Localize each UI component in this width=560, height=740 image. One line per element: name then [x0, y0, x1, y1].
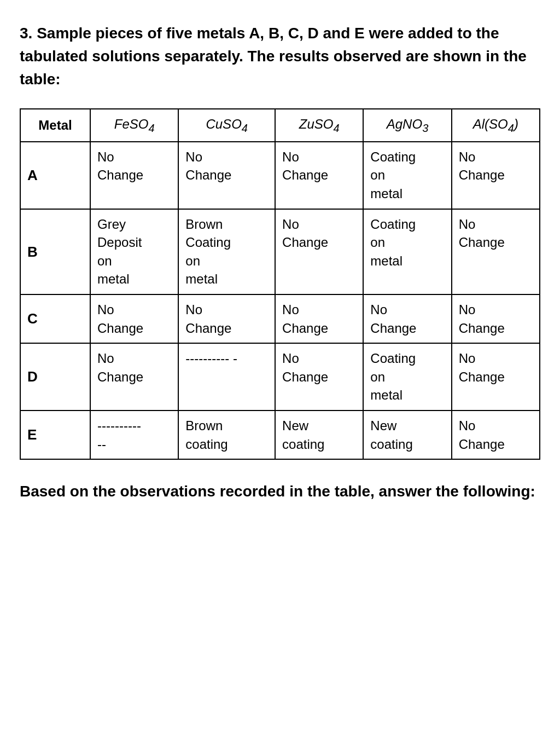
metal-a-also4: NoChange: [452, 142, 540, 209]
metal-d-agno3: Coatingonmetal: [363, 343, 451, 411]
metal-c-label: C: [20, 294, 90, 343]
metal-b-label: B: [20, 209, 90, 294]
metal-e-zuso4: Newcoating: [275, 411, 363, 459]
metal-d-cuso4: ---------- -: [178, 343, 275, 411]
metal-b-feso4: GreyDepositonmetal: [90, 209, 178, 294]
table-row: C NoChange NoChange NoChange NoChange No…: [20, 294, 540, 343]
metal-a-label: A: [20, 142, 90, 209]
metal-e-also4: NoChange: [452, 411, 540, 459]
metal-d-also4: NoChange: [452, 343, 540, 411]
table-row: E ------------ Browncoating Newcoating N…: [20, 411, 540, 459]
col-header-agno3: AgNO3: [363, 109, 451, 142]
metal-b-zuso4: NoChange: [275, 209, 363, 294]
metal-c-cuso4: NoChange: [178, 294, 275, 343]
results-table: Metal FeSO4 CuSO4 ZuSO4 AgNO3 Al(SO4) A …: [20, 108, 540, 460]
col-header-also4: Al(SO4): [452, 109, 540, 142]
table-row: B GreyDepositonmetal BrownCoatingonmetal…: [20, 209, 540, 294]
metal-b-cuso4: BrownCoatingonmetal: [178, 209, 275, 294]
metal-a-feso4: NoChange: [90, 142, 178, 209]
table-header-row: Metal FeSO4 CuSO4 ZuSO4 AgNO3 Al(SO4): [20, 109, 540, 142]
metal-a-zuso4: NoChange: [275, 142, 363, 209]
question-container: 3. Sample pieces of five metals A, B, C,…: [20, 22, 540, 504]
col-header-zuso4: ZuSO4: [275, 109, 363, 142]
col-header-cuso4: CuSO4: [178, 109, 275, 142]
col-header-metal: Metal: [20, 109, 90, 142]
metal-d-feso4: NoChange: [90, 343, 178, 411]
col-header-feso4: FeSO4: [90, 109, 178, 142]
metal-e-label: E: [20, 411, 90, 459]
metal-b-also4: NoChange: [452, 209, 540, 294]
metal-e-agno3: Newcoating: [363, 411, 451, 459]
metal-d-zuso4: NoChange: [275, 343, 363, 411]
metal-c-zuso4: NoChange: [275, 294, 363, 343]
metal-c-agno3: NoChange: [363, 294, 451, 343]
table-row: D NoChange ---------- - NoChange Coating…: [20, 343, 540, 411]
metal-d-label: D: [20, 343, 90, 411]
metal-c-also4: NoChange: [452, 294, 540, 343]
metal-c-feso4: NoChange: [90, 294, 178, 343]
metal-b-agno3: Coatingonmetal: [363, 209, 451, 294]
conclusion-text: Based on the observations recorded in th…: [20, 479, 540, 503]
metal-a-cuso4: NoChange: [178, 142, 275, 209]
metal-e-feso4: ------------: [90, 411, 178, 459]
metal-a-agno3: Coatingonmetal: [363, 142, 451, 209]
metal-e-cuso4: Browncoating: [178, 411, 275, 459]
table-row: A NoChange NoChange NoChange Coatingonme…: [20, 142, 540, 209]
question-text: 3. Sample pieces of five metals A, B, C,…: [20, 22, 540, 91]
